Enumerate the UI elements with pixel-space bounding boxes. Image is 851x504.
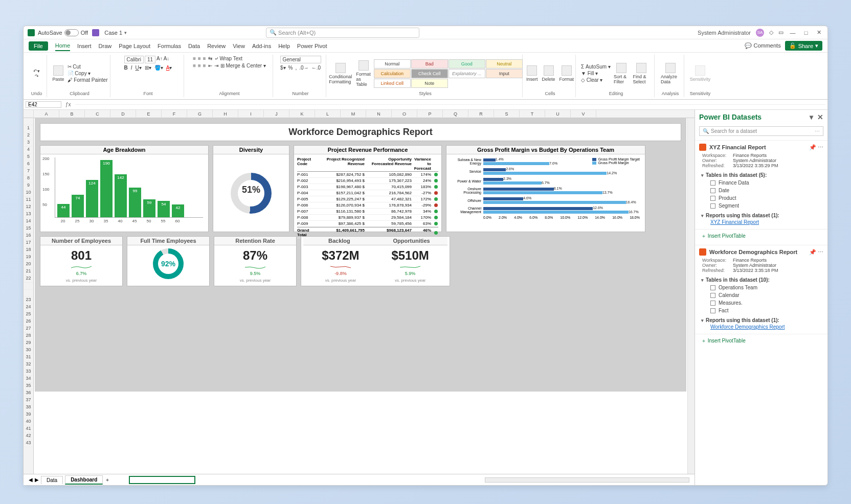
avatar[interactable]: SA: [756, 29, 764, 37]
tab-page-layout[interactable]: Page Layout: [119, 41, 150, 51]
clear-button[interactable]: ◇ Clear ▾: [581, 77, 611, 83]
percent-button[interactable]: %: [288, 65, 293, 71]
merge-center-button[interactable]: ⊞ Merge & Center ▾: [220, 63, 266, 68]
dataset-table-item[interactable]: Product: [701, 194, 821, 202]
dataset-title[interactable]: XYZ Financial Report📌 ⋯: [695, 141, 827, 153]
border-button[interactable]: ⊞▾: [145, 65, 151, 71]
tables-section-toggle[interactable]: ▾Tables in this dataset (10):: [701, 276, 821, 284]
panel-close-icon[interactable]: ✕: [817, 113, 823, 121]
dataset-table-item[interactable]: Calendar: [701, 291, 821, 299]
save-icon[interactable]: [92, 29, 99, 36]
font-grow-icon[interactable]: A↑: [156, 56, 163, 63]
dataset-table-item[interactable]: Operations Team: [701, 284, 821, 291]
reports-section-toggle[interactable]: ▾Reports using this dataset (1):: [701, 212, 821, 219]
tab-power-pivot[interactable]: Power Pivot: [297, 41, 327, 51]
sensitivity-button[interactable]: Sensitivity: [689, 64, 712, 83]
tell-me-search[interactable]: 🔍 Search (Alt+Q): [266, 28, 419, 38]
bold-button[interactable]: B: [124, 65, 128, 71]
comments-button[interactable]: 💬 Comments: [745, 42, 780, 49]
dataset-table-item[interactable]: Measures.: [701, 299, 821, 307]
tab-review[interactable]: Review: [207, 41, 226, 51]
username[interactable]: System Administrator: [698, 30, 751, 36]
reports-section-toggle[interactable]: ▾Reports using this dataset (1):: [701, 316, 821, 324]
dataset-title[interactable]: Workforce Demographics Report📌 ⋯: [695, 245, 827, 258]
number-format-select[interactable]: General: [280, 56, 321, 63]
insert-cells-button[interactable]: Insert: [525, 64, 539, 83]
sheet-nav-next[interactable]: ▶: [35, 477, 39, 483]
tab-view[interactable]: View: [233, 41, 245, 51]
paste-button[interactable]: Paste: [52, 64, 65, 83]
ribbon-mode-icon[interactable]: ▭: [778, 29, 783, 36]
cut-button[interactable]: ✂ Cut: [68, 64, 108, 70]
sheet-nav-prev[interactable]: ◀: [29, 477, 33, 483]
age-chart: 200 150 100 50 447412419014299595442 202…: [40, 154, 208, 233]
tables-section-toggle[interactable]: ▾Tables in this dataset (5):: [701, 171, 821, 179]
fill-button[interactable]: ▼ Fill ▾: [581, 71, 611, 76]
format-as-table-button[interactable]: Format as Table: [355, 59, 372, 88]
sort-filter-button[interactable]: Sort & Filter: [613, 62, 630, 85]
coming-soon-icon[interactable]: ◇: [769, 29, 773, 36]
format-painter-button[interactable]: 🖌 Format Painter: [68, 77, 108, 83]
tab-data[interactable]: Data: [188, 41, 200, 51]
fx-icon[interactable]: ƒx: [65, 102, 71, 107]
copy-button[interactable]: 📄 Copy ▾: [68, 71, 108, 76]
dec-decimal-button[interactable]: ←.0: [311, 65, 321, 71]
vertical-scrollbar[interactable]: [687, 118, 695, 474]
share-button[interactable]: 🔓 Share ▾: [785, 41, 822, 51]
currency-button[interactable]: $▾: [280, 65, 286, 71]
sheet-tabs: ◀ ▶ Data Dashboard ＋: [24, 474, 695, 485]
insert-pivottable-button[interactable]: ＋ Insert PivotTable: [695, 229, 827, 243]
power-bi-panel: Power BI Datasets ▾ ✕ 🔍 Search for a dat…: [695, 110, 827, 485]
autosum-button[interactable]: Σ AutoSum ▾: [581, 64, 611, 70]
horizontal-scrollbar[interactable]: [485, 477, 689, 483]
tab-draw[interactable]: Draw: [99, 41, 112, 51]
fill-color-button[interactable]: 🪣▾: [154, 65, 163, 71]
comma-button[interactable]: ,: [296, 65, 297, 71]
dataset-table-item[interactable]: Segment: [701, 202, 821, 210]
tab-help[interactable]: Help: [278, 41, 290, 51]
format-cells-button[interactable]: Format: [558, 64, 575, 83]
font-shrink-icon[interactable]: A↓: [164, 56, 170, 63]
new-sheet-button[interactable]: ＋: [105, 476, 110, 484]
font-name-select[interactable]: Calibri: [124, 56, 144, 63]
conditional-formatting-button[interactable]: Conditional Formatting: [328, 62, 353, 85]
tab-home[interactable]: Home: [55, 41, 70, 51]
filename[interactable]: Case 1: [104, 30, 122, 36]
analyze-data-button[interactable]: Analyze Data: [660, 62, 681, 85]
insert-pivottable-button[interactable]: ＋ Insert PivotTable: [695, 334, 827, 348]
tab-insert[interactable]: Insert: [77, 41, 92, 51]
delete-cells-button[interactable]: Delete: [541, 64, 556, 83]
font-color-button[interactable]: A▾: [166, 65, 172, 71]
report-link[interactable]: Workforce Demographics Report: [701, 324, 821, 330]
sheet-tab-dashboard[interactable]: Dashboard: [65, 475, 103, 485]
dataset-table-item[interactable]: Finance Data: [701, 179, 821, 187]
dataset-search[interactable]: 🔍 Search for a dataset ⋯: [699, 126, 823, 136]
font-size-select[interactable]: 11: [145, 56, 155, 63]
report-link[interactable]: XYZ Financial Report: [701, 219, 821, 225]
sheet-tab-data[interactable]: Data: [41, 476, 63, 484]
autosave-toggle[interactable]: AutoSave Off: [38, 29, 88, 36]
underline-button[interactable]: U▾: [136, 65, 142, 71]
align-top-icon[interactable]: ≡: [193, 56, 196, 61]
worksheet-area[interactable]: ABCDEFGHIJKLMNOPQRSTUV 12345678910111213…: [24, 110, 695, 485]
column-headers[interactable]: ABCDEFGHIJKLMNOPQRSTUV: [24, 110, 695, 118]
chevron-down-icon[interactable]: ▾: [124, 30, 127, 35]
inc-decimal-button[interactable]: .0→: [299, 65, 308, 71]
wrap-text-button[interactable]: ⤶ Wrap Text: [214, 56, 242, 61]
row-headers[interactable]: 1234567891011121314151617181920212223242…: [24, 118, 34, 474]
dataset-table-item[interactable]: Fact: [701, 307, 821, 314]
undo-button[interactable]: ↶▾↷: [32, 67, 41, 80]
dataset-table-item[interactable]: Date: [701, 187, 821, 194]
close-button[interactable]: ✕: [815, 29, 823, 36]
panel-dropdown-icon[interactable]: ▾: [810, 113, 813, 121]
tab-file[interactable]: File: [29, 41, 48, 51]
name-box[interactable]: E42: [26, 101, 61, 108]
tab-formulas[interactable]: Formulas: [158, 41, 181, 51]
cell-styles-gallery[interactable]: Normal Bad Good Neutral Calculation Chec…: [374, 59, 523, 88]
tab-addins[interactable]: Add-ins: [252, 41, 271, 51]
italic-button[interactable]: I: [131, 65, 132, 71]
maximize-button[interactable]: □: [802, 30, 810, 36]
find-select-button[interactable]: Find & Select: [632, 62, 651, 85]
minimize-button[interactable]: —: [789, 30, 797, 36]
formula-input[interactable]: [75, 104, 825, 105]
